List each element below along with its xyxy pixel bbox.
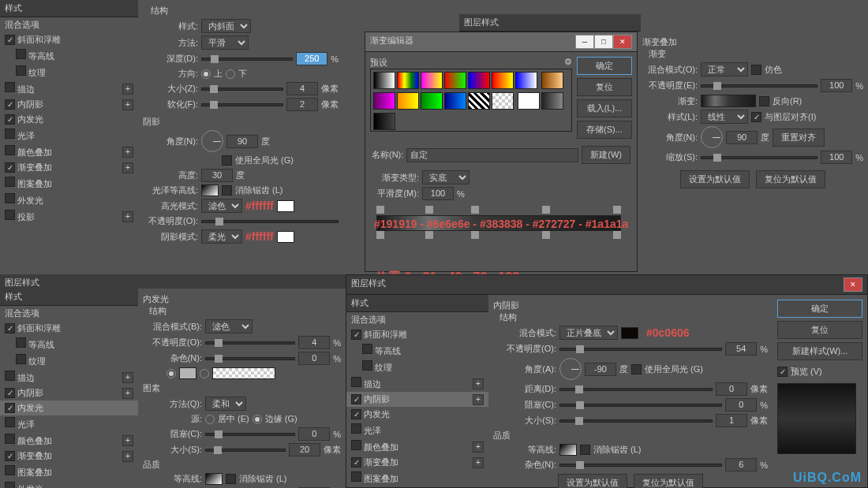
contour-picker[interactable] bbox=[201, 184, 219, 196]
blend-options[interactable]: 混合选项 bbox=[0, 306, 138, 321]
plus-icon[interactable]: + bbox=[122, 147, 133, 158]
checkbox[interactable] bbox=[5, 210, 15, 220]
fx-contour[interactable]: 等高线 bbox=[346, 342, 488, 359]
check-icon[interactable] bbox=[5, 162, 15, 173]
gear-icon[interactable]: ⚙ bbox=[564, 57, 572, 69]
ok-button[interactable]: 确定 bbox=[777, 300, 862, 318]
is-dist-slider[interactable] bbox=[559, 388, 713, 391]
fx-inner-glow[interactable]: 内发光 bbox=[0, 112, 138, 127]
fx-texture[interactable]: 纹理 bbox=[0, 352, 138, 369]
is-color[interactable] bbox=[621, 327, 638, 339]
fx-satin[interactable]: 光泽 bbox=[0, 127, 138, 143]
checkbox[interactable] bbox=[5, 82, 15, 92]
fx-stroke[interactable]: 描边+ bbox=[0, 369, 138, 386]
check-icon[interactable] bbox=[5, 35, 15, 45]
new-style-button[interactable]: 新建样式(W)... bbox=[777, 342, 862, 360]
is-blend-select[interactable]: 正片叠底 bbox=[559, 326, 618, 340]
window-titlebar[interactable]: 渐变编辑器 ─□✕ bbox=[365, 32, 637, 52]
go-style-select[interactable]: 线性 bbox=[701, 110, 748, 124]
reset-align-button[interactable]: 重置对齐 bbox=[773, 129, 825, 147]
fx-contour[interactable]: 等高线 bbox=[0, 47, 138, 64]
align-check[interactable] bbox=[751, 112, 761, 122]
plus-icon[interactable]: + bbox=[122, 211, 133, 222]
fx-inner-glow[interactable]: 内发光 bbox=[346, 407, 488, 422]
is-opacity-slider[interactable] bbox=[559, 348, 722, 351]
fx-bevel[interactable]: 斜面和浮雕 bbox=[0, 32, 138, 47]
go-blend-select[interactable]: 正常 bbox=[701, 62, 748, 76]
fx-stroke[interactable]: 描边+ bbox=[346, 375, 488, 392]
global-light-check[interactable] bbox=[222, 155, 232, 166]
save-button[interactable]: 存储(S)... bbox=[577, 121, 632, 139]
fx-satin[interactable]: 光泽 bbox=[0, 415, 138, 432]
fx-gradient-overlay[interactable]: 渐变叠加+ bbox=[0, 160, 138, 175]
hi-opacity-slider[interactable] bbox=[201, 220, 339, 223]
antialias-check[interactable] bbox=[222, 185, 232, 196]
style-select[interactable]: 内斜面 bbox=[201, 19, 251, 33]
radio-center[interactable] bbox=[205, 415, 215, 424]
depth-slider[interactable] bbox=[201, 58, 293, 61]
ig-size-slider[interactable] bbox=[205, 449, 286, 452]
radio-down[interactable] bbox=[226, 69, 235, 79]
window-titlebar[interactable]: 图层样式✕ bbox=[346, 275, 867, 295]
glow-gradient[interactable] bbox=[212, 367, 275, 379]
fx-stroke[interactable]: 描边+ bbox=[0, 80, 138, 97]
fx-pattern-overlay[interactable]: 图案叠加 bbox=[346, 470, 488, 486]
load-button[interactable]: 载入(L)... bbox=[577, 99, 632, 117]
fx-texture[interactable]: 纹理 bbox=[0, 64, 138, 80]
checkbox[interactable] bbox=[5, 129, 15, 139]
close-button[interactable]: ✕ bbox=[613, 35, 632, 49]
plus-icon[interactable]: + bbox=[122, 99, 133, 110]
shadow-color[interactable] bbox=[277, 231, 294, 243]
go-opacity-slider[interactable] bbox=[701, 84, 817, 88]
is-size-slider[interactable] bbox=[559, 419, 713, 423]
ig-opacity-slider[interactable] bbox=[205, 341, 295, 345]
go-scale-input[interactable]: 100 bbox=[821, 151, 852, 164]
fx-gradient-overlay[interactable]: 渐变叠加+ bbox=[346, 455, 488, 470]
go-opacity-input[interactable]: 100 bbox=[821, 79, 852, 92]
set-default-button[interactable]: 设置为默认值 bbox=[558, 474, 627, 488]
checkbox[interactable] bbox=[16, 49, 26, 59]
plus-icon[interactable]: + bbox=[122, 162, 133, 173]
radio-gradient[interactable] bbox=[200, 369, 209, 378]
checkbox[interactable] bbox=[5, 145, 15, 155]
ig-contour[interactable] bbox=[205, 473, 223, 485]
highlight-mode-select[interactable]: 滤色 bbox=[201, 199, 242, 213]
fx-drop-shadow[interactable]: 投影+ bbox=[0, 208, 138, 225]
fx-pattern-overlay[interactable]: 图案叠加 bbox=[0, 175, 138, 192]
fx-color-overlay[interactable]: 颜色叠加+ bbox=[0, 432, 138, 449]
fx-color-overlay[interactable]: 颜色叠加+ bbox=[346, 438, 488, 455]
altitude-input[interactable]: 30 bbox=[201, 169, 233, 182]
fx-color-overlay[interactable]: 颜色叠加+ bbox=[0, 143, 138, 160]
ig-blend-select[interactable]: 滤色 bbox=[205, 319, 253, 333]
angle-dial[interactable] bbox=[201, 130, 223, 152]
soften-input[interactable]: 2 bbox=[286, 98, 318, 111]
opacity-stops[interactable] bbox=[376, 206, 621, 215]
fx-satin[interactable]: 光泽 bbox=[346, 422, 488, 438]
reset-default-button[interactable]: 复位为默认值 bbox=[634, 474, 703, 488]
preview-check[interactable] bbox=[777, 367, 788, 377]
glow-color[interactable] bbox=[179, 367, 196, 379]
go-angle-input[interactable]: 90 bbox=[726, 131, 758, 144]
check-icon[interactable] bbox=[5, 114, 15, 125]
is-choke-slider[interactable] bbox=[559, 404, 722, 407]
checkbox[interactable] bbox=[5, 193, 15, 203]
layer-style-header[interactable]: 图层样式 bbox=[459, 14, 641, 32]
fx-outer-glow[interactable]: 外发光 bbox=[0, 480, 138, 488]
ig-tech-select[interactable]: 柔和 bbox=[205, 397, 246, 411]
technique-select[interactable]: 平滑 bbox=[201, 35, 249, 50]
smooth-input[interactable]: 100 bbox=[422, 187, 454, 200]
size-input[interactable]: 4 bbox=[286, 82, 318, 95]
reverse-check[interactable] bbox=[759, 96, 769, 106]
go-scale-slider[interactable] bbox=[701, 156, 817, 159]
go-angle-dial[interactable] bbox=[701, 126, 723, 148]
checkbox[interactable] bbox=[16, 65, 26, 76]
fx-pattern-overlay[interactable]: 图案叠加 bbox=[0, 464, 138, 480]
fx-inner-glow[interactable]: 内发光 bbox=[0, 400, 138, 415]
fx-inner-shadow[interactable]: 内阴影+ bbox=[0, 386, 138, 400]
close-button[interactable]: ✕ bbox=[844, 278, 862, 292]
fx-inner-shadow[interactable]: 内阴影+ bbox=[346, 392, 488, 407]
set-default-button[interactable]: 设置为默认值 bbox=[680, 170, 750, 188]
new-button[interactable]: 新建(W) bbox=[582, 146, 630, 164]
check-icon[interactable] bbox=[5, 99, 15, 110]
preset-grid[interactable] bbox=[370, 69, 572, 132]
